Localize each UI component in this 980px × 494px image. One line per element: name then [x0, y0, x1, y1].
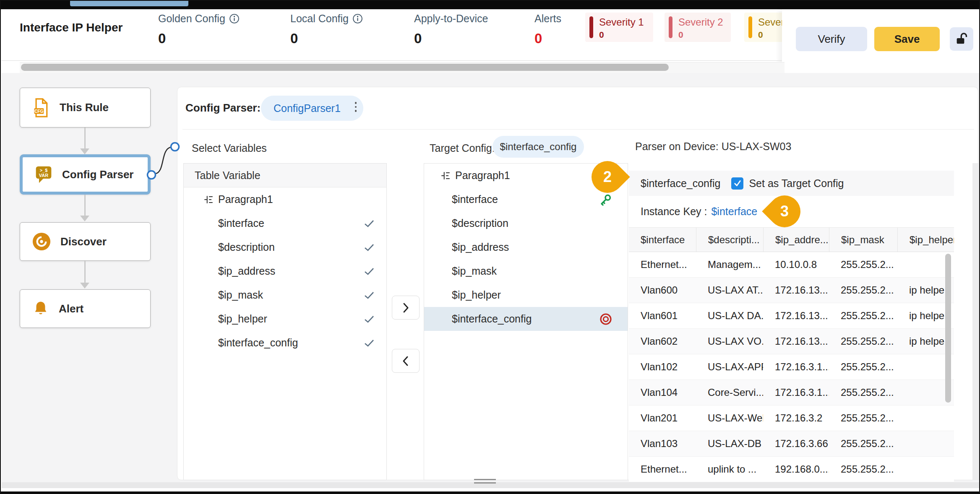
flow-arrow	[84, 127, 86, 148]
cell: 10.10.0.8	[763, 259, 829, 270]
tree-root-label: Paragraph1	[455, 169, 510, 182]
table-row[interactable]: Vlan103US-LAX-DB172.16.3.66255.255.2...	[629, 431, 954, 457]
variable-label: $ip_mask	[218, 289, 364, 301]
paragraph-tree-icon	[203, 194, 214, 205]
cell: US-LAX DA...	[696, 310, 763, 322]
verify-button[interactable]: Verify	[796, 27, 867, 51]
table-row[interactable]: Ethernet...uplink to ...192.168.0....255…	[629, 457, 954, 482]
sidebar-item-label: Discover	[60, 235, 107, 248]
horizontal-scrollbar-thumb[interactable]	[21, 64, 669, 71]
kebab-menu-icon[interactable]	[355, 102, 357, 112]
table-row[interactable]: Vlan602US-LAX VO...172.16.13...255.255.2…	[629, 329, 954, 354]
variable-row-selected[interactable]: $interface_config	[424, 307, 628, 331]
cell: Ethernet...	[629, 463, 696, 475]
cell: US-LAX VO...	[696, 335, 763, 347]
cell: 172.16.3.1...	[763, 387, 829, 398]
tree-root-row[interactable]: Paragraph1	[184, 187, 386, 211]
variable-row[interactable]: $ip_mask	[424, 259, 628, 283]
severity-value: 0	[599, 30, 604, 40]
table-row[interactable]: Vlan102US-LAX-APP172.16.3.1...255.255.2.…	[629, 354, 954, 380]
table-row[interactable]: Vlan104Core-Servi...172.16.3.1...255.255…	[629, 380, 954, 406]
sidebar-item-label: Config Parser	[62, 168, 134, 181]
sidebar-item-discover[interactable]: Discover	[20, 222, 151, 261]
metric-label: Apply-to-Device	[414, 13, 488, 25]
device-variable: $interface_config	[641, 177, 720, 190]
cell: 172.16.3.2	[763, 412, 829, 424]
parser-result-table: $interface $descripti... $ip_addre... $i…	[629, 227, 954, 482]
severity-bar	[669, 16, 672, 38]
table-row[interactable]: Vlan601US-LAX DA...172.16.13...255.255.2…	[629, 303, 954, 329]
cell: Ethernet...	[629, 259, 696, 270]
column-header[interactable]: $interface	[629, 228, 696, 252]
variable-label: $ip_helper	[452, 289, 628, 301]
check-icon	[364, 243, 375, 252]
variable-row[interactable]: $ip_mask	[184, 283, 386, 307]
variable-row[interactable]: $interface	[424, 187, 628, 211]
instance-key-icon	[599, 192, 612, 207]
move-left-button[interactable]	[392, 349, 420, 373]
var-bubble-icon: >_$VAR	[34, 165, 53, 184]
bell-icon	[32, 299, 50, 318]
select-variables-title: Select Variables	[192, 142, 267, 154]
cell: Vlan103	[629, 438, 696, 450]
table-variable-header: Table Variable	[184, 164, 386, 187]
check-icon	[364, 267, 375, 276]
resize-handle-icon[interactable]	[474, 479, 496, 480]
save-button[interactable]: Save	[874, 27, 940, 51]
check-icon	[364, 219, 375, 228]
set-as-target-checkbox[interactable]	[731, 177, 743, 190]
panel-scrollbar-gutter[interactable]	[972, 163, 979, 480]
check-icon	[364, 339, 375, 347]
config-parser-chip[interactable]: ConfigParser1	[261, 96, 363, 121]
variable-label: $ip_address	[452, 241, 628, 253]
metric-label: Local Config	[290, 13, 349, 25]
sidebar-item-this-rule[interactable]: CFG This Rule	[20, 88, 151, 127]
cell: 255.255.2...	[829, 259, 897, 270]
sidebar-item-alert[interactable]: Alert	[20, 289, 151, 328]
variable-label: $ip_helper	[218, 313, 364, 325]
variable-row[interactable]: $interface	[184, 211, 386, 235]
cell: Vlan102	[629, 361, 696, 373]
column-header[interactable]: $ip_addre...	[763, 228, 829, 252]
cell: US-LAX-DB	[696, 438, 763, 450]
cell: Vlan201	[629, 412, 696, 424]
variable-row[interactable]: $description	[184, 235, 386, 259]
target-config-chip[interactable]: $interface_config	[493, 136, 584, 158]
section-divider	[182, 129, 974, 130]
cell: 255.255.2...	[829, 412, 897, 424]
variable-row[interactable]: $ip_address	[184, 259, 386, 283]
resize-handle-icon[interactable]	[474, 482, 496, 484]
cell: 255.255.2...	[829, 438, 897, 450]
cfg-file-icon: CFG	[32, 98, 50, 118]
table-row[interactable]: Ethernet...Managem...10.10.0.8255.255.2.…	[629, 252, 954, 278]
table-row[interactable]: Vlan201US-LAX-Web172.16.3.2255.255.2...	[629, 406, 954, 431]
variable-row[interactable]: $ip_address	[424, 235, 628, 259]
variable-row[interactable]: $ip_helper	[424, 283, 628, 307]
sidebar-item-config-parser[interactable]: >_$VAR Config Parser	[20, 154, 151, 195]
info-icon[interactable]	[229, 13, 240, 24]
severity-bar	[589, 16, 593, 38]
table-scrollbar-thumb[interactable]	[945, 254, 951, 403]
move-right-button[interactable]	[392, 296, 420, 320]
app-window: Interface IP Helper Golden Config 0 Loca…	[0, 0, 980, 494]
variable-label: $interface	[218, 217, 364, 229]
variable-row[interactable]: $description	[424, 211, 628, 235]
cell: Vlan104	[629, 387, 696, 398]
target-config-label: Target Config:	[430, 142, 495, 154]
info-icon[interactable]	[352, 13, 363, 24]
column-header[interactable]: $ip_helper	[897, 228, 954, 252]
cell: US-LAX AT...	[696, 284, 763, 296]
variable-label: $ip_address	[218, 265, 364, 277]
variable-row[interactable]: $interface_config	[184, 331, 386, 355]
table-row[interactable]: Vlan600US-LAX AT...172.16.13...255.255.2…	[629, 278, 954, 303]
browser-tab-indicator[interactable]	[70, 1, 188, 6]
config-parser-name[interactable]: ConfigParser1	[274, 102, 341, 114]
column-header[interactable]: $descripti...	[696, 228, 763, 252]
unlock-button[interactable]	[950, 27, 973, 51]
instance-key-link[interactable]: $interface	[711, 205, 757, 218]
variable-label: $interface	[452, 193, 599, 205]
metric-value: 0	[158, 31, 280, 47]
variable-row[interactable]: $ip_helper	[184, 307, 386, 331]
cell: 255.255.2...	[829, 361, 897, 373]
column-header[interactable]: $ip_mask	[829, 228, 897, 252]
